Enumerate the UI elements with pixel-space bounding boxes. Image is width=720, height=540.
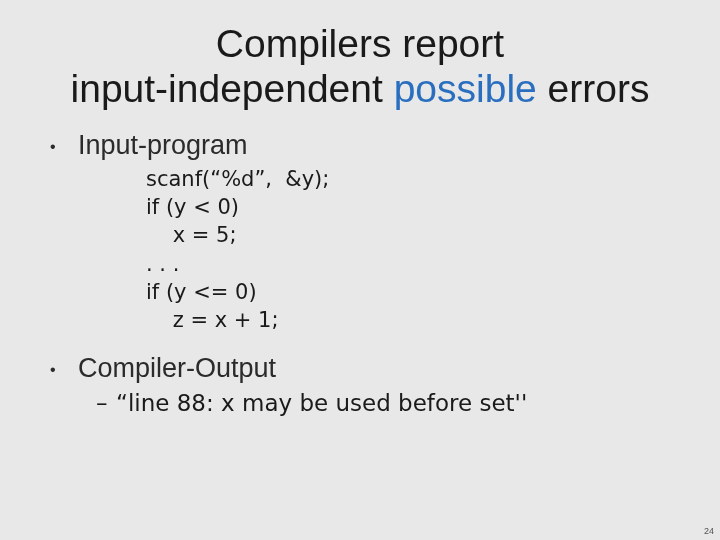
compiler-output-sub: – “line 88: x may be used before set'' (96, 390, 680, 416)
slide: Compilers report input-independent possi… (0, 0, 720, 540)
input-program-code: scanf(“%d”, &y); if (y < 0) x = 5; . . .… (146, 165, 680, 335)
compiler-output-text: “line 88: x may be used before set'' (116, 390, 527, 416)
bullet-input-program-label: Input-program (78, 130, 248, 161)
title-line-2b: errors (537, 67, 650, 110)
bullet-compiler-output: • Compiler-Output (50, 353, 680, 384)
title-word-possible: possible (394, 67, 537, 110)
slide-title: Compilers report input-independent possi… (0, 0, 720, 112)
bullet-dot-icon: • (50, 361, 78, 379)
slide-body: • Input-program scanf(“%d”, &y); if (y <… (0, 112, 720, 416)
title-line-1: Compilers report (40, 22, 680, 67)
bullet-compiler-output-label: Compiler-Output (78, 353, 276, 384)
page-number: 24 (704, 526, 714, 536)
dash-icon: – (96, 390, 116, 416)
title-line-2: input-independent possible errors (40, 67, 680, 112)
bullet-input-program: • Input-program (50, 130, 680, 161)
bullet-dot-icon: • (50, 138, 78, 156)
title-line-2a: input-independent (71, 67, 394, 110)
